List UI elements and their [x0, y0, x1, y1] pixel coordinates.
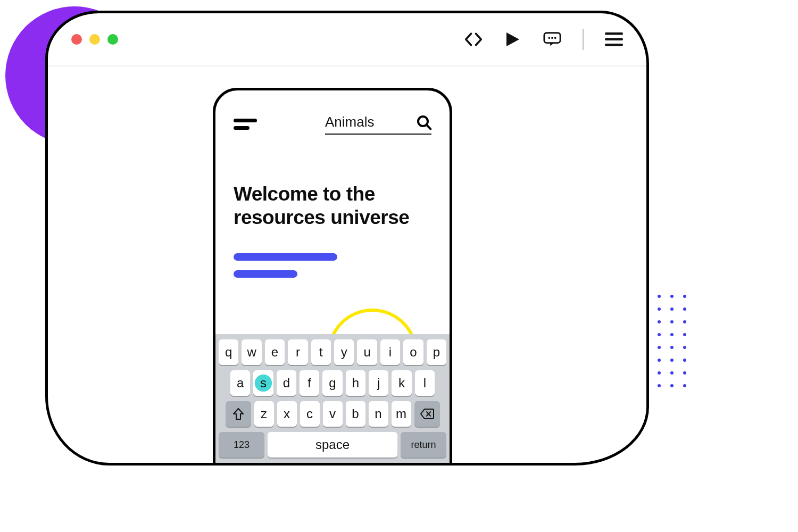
search-field-wrap [325, 114, 431, 135]
decorative-dot-grid [645, 295, 686, 387]
keyboard-row-3: zxcvbnm [219, 401, 446, 427]
keyboard-backspace-key[interactable] [414, 401, 440, 427]
onscreen-keyboard: qwertyuiop asdfghjkl zxcvbnm 123 space r… [215, 334, 450, 466]
keyboard-row-1: qwertyuiop [219, 339, 446, 365]
keyboard-key-m[interactable]: m [392, 401, 411, 427]
play-icon[interactable] [504, 30, 522, 48]
close-window-button[interactable] [71, 34, 82, 45]
keyboard-key-c[interactable]: c [300, 401, 320, 427]
keyboard-key-n[interactable]: n [369, 401, 388, 427]
keyboard-key-z[interactable]: z [254, 401, 274, 427]
keyboard-key-x[interactable]: x [277, 401, 297, 427]
keyboard-key-f[interactable]: f [300, 370, 319, 396]
svg-rect-4 [605, 32, 623, 35]
keyboard-key-g[interactable]: g [322, 370, 342, 396]
page-title: Welcome to the resources universe [215, 135, 450, 229]
keyboard-key-k[interactable]: k [392, 370, 411, 396]
zoom-window-button[interactable] [107, 34, 118, 45]
phone-mockup: Welcome to the resources universe qwerty… [213, 88, 452, 466]
phone-header [215, 90, 450, 135]
keyboard-key-e[interactable]: e [265, 339, 285, 365]
keyboard-key-h[interactable]: h [346, 370, 365, 396]
comment-icon[interactable] [543, 30, 561, 48]
keyboard-key-l[interactable]: l [415, 370, 435, 396]
minimize-window-button[interactable] [89, 34, 100, 45]
keyboard-key-w[interactable]: w [242, 339, 261, 365]
keyboard-key-a[interactable]: a [230, 370, 250, 396]
keyboard-key-j[interactable]: j [369, 370, 388, 396]
search-input[interactable] [325, 114, 405, 130]
menu-icon[interactable] [605, 30, 623, 48]
svg-line-8 [427, 125, 431, 129]
keyboard-key-v[interactable]: v [323, 401, 343, 427]
keyboard-key-o[interactable]: o [403, 339, 423, 365]
keyboard-key-p[interactable]: p [427, 339, 446, 365]
keyboard-switch-key[interactable]: 123 [219, 432, 264, 458]
keyboard-key-r[interactable]: r [288, 339, 307, 365]
subtitle-placeholder-bars [215, 229, 450, 278]
keyboard-key-i[interactable]: i [380, 339, 400, 365]
keyboard-key-u[interactable]: u [357, 339, 377, 365]
svg-point-1 [548, 37, 550, 39]
toolbar-divider [583, 29, 584, 50]
keyboard-key-s[interactable]: s [253, 370, 273, 396]
browser-toolbar [48, 13, 646, 66]
keyboard-key-d[interactable]: d [277, 370, 296, 396]
svg-rect-5 [605, 38, 623, 41]
keyboard-space-key[interactable]: space [268, 432, 397, 458]
keyboard-key-q[interactable]: q [219, 339, 238, 365]
search-icon[interactable] [417, 115, 431, 130]
keyboard-key-t[interactable]: t [311, 339, 331, 365]
svg-point-2 [551, 37, 553, 39]
keyboard-row-4: 123 space return [219, 432, 446, 458]
keyboard-row-2: asdfghjkl [219, 370, 446, 396]
keyboard-return-key[interactable]: return [401, 432, 446, 458]
svg-rect-6 [605, 44, 623, 46]
phone-menu-icon[interactable] [234, 119, 257, 130]
toolbar-right-group [464, 29, 623, 50]
svg-point-3 [554, 37, 556, 39]
keyboard-shift-key[interactable] [226, 401, 251, 427]
code-icon[interactable] [464, 30, 483, 48]
window-controls [71, 34, 118, 45]
keyboard-key-b[interactable]: b [346, 401, 365, 427]
browser-window: Welcome to the resources universe qwerty… [45, 11, 649, 466]
keyboard-key-y[interactable]: y [334, 339, 354, 365]
